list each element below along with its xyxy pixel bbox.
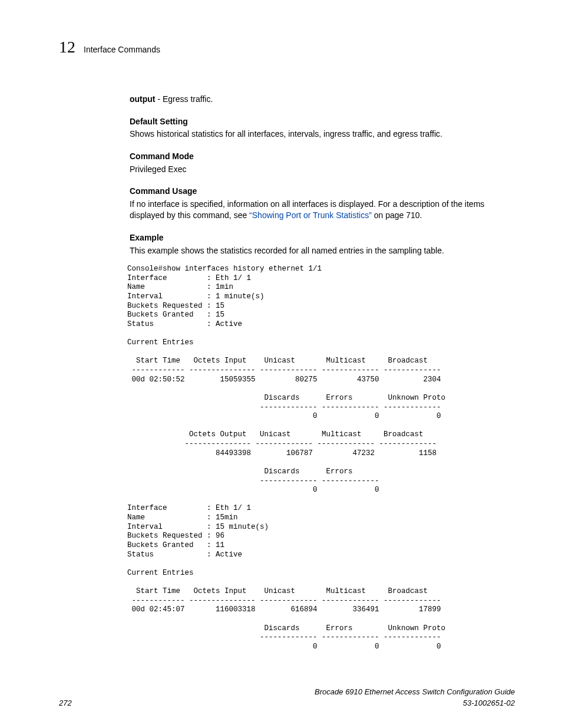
output-line: output - Egress traffic. <box>130 94 515 106</box>
command-usage-text-2: on page 710. <box>372 210 422 220</box>
page-footer: 272 Brocade 6910 Ethernet Access Switch … <box>29 687 533 708</box>
command-usage-title: Command Usage <box>130 186 515 197</box>
footer-right: Brocade 6910 Ethernet Access Switch Conf… <box>315 687 515 708</box>
command-mode-text: Privileged Exec <box>130 164 515 176</box>
output-label: output <box>130 94 156 104</box>
example-title: Example <box>130 232 515 244</box>
console-output: Console#show interfaces history ethernet… <box>127 265 515 651</box>
command-usage-link[interactable]: “Showing Port or Trunk Statistics” <box>249 210 372 220</box>
book-title: Brocade 6910 Ethernet Access Switch Conf… <box>315 687 515 697</box>
default-setting-title: Default Setting <box>130 116 515 128</box>
doc-number: 53-1002651-02 <box>315 698 515 709</box>
command-usage-text: If no interface is specified, informatio… <box>130 199 515 222</box>
output-desc: - Egress traffic. <box>156 94 213 104</box>
page-content: output - Egress traffic. Default Setting… <box>29 94 533 651</box>
page-header: 12 Interface Commands <box>29 35 533 58</box>
chapter-title: Interface Commands <box>84 44 160 56</box>
command-mode-title: Command Mode <box>130 151 515 163</box>
example-text: This example shows the statistics record… <box>130 245 515 257</box>
chapter-number: 12 <box>59 35 75 58</box>
default-setting-text: Shows historical statistics for all inte… <box>130 129 515 140</box>
page-number: 272 <box>59 698 72 709</box>
